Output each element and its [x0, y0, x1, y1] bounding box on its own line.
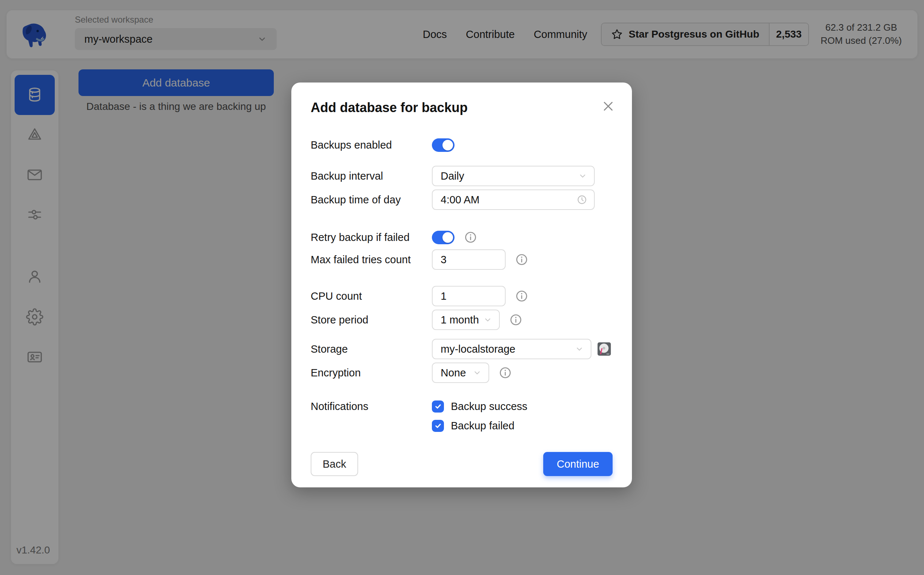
- backup-failed-checkbox[interactable]: [432, 420, 444, 432]
- cpu-count-row: CPU count: [311, 286, 613, 306]
- check-icon: [434, 402, 442, 410]
- retry-backup-label: Retry backup if failed: [311, 232, 432, 243]
- backup-success-checkbox[interactable]: [432, 400, 444, 413]
- continue-button-label: Continue: [557, 458, 599, 470]
- encryption-value: None: [441, 367, 466, 379]
- notifications-label: Notifications: [311, 398, 432, 415]
- store-period-row: Store period 1 month: [311, 310, 613, 330]
- backup-interval-label: Backup interval: [311, 170, 432, 182]
- max-failed-tries-input[interactable]: [432, 249, 506, 270]
- modal-title: Add database for backup: [311, 83, 613, 115]
- backup-interval-row: Backup interval Daily: [311, 166, 613, 186]
- clock-icon: [576, 194, 587, 205]
- chevron-down-icon: [483, 315, 492, 324]
- store-period-label: Store period: [311, 314, 432, 326]
- store-period-value: 1 month: [441, 314, 479, 326]
- cpu-count-label: CPU count: [311, 290, 432, 302]
- storage-value: my-localstorage: [441, 343, 516, 355]
- notifications-options: Backup success Backup failed: [432, 398, 527, 434]
- store-period-select[interactable]: 1 month: [432, 310, 500, 330]
- close-icon[interactable]: [600, 98, 616, 114]
- storage-label: Storage: [311, 343, 432, 355]
- max-failed-tries-row: Max failed tries count: [311, 249, 613, 270]
- backup-time-input[interactable]: 4:00 AM: [432, 189, 595, 210]
- info-icon[interactable]: [515, 289, 528, 303]
- backup-interval-value: Daily: [441, 170, 464, 182]
- storage-row: Storage my-localstorage: [311, 339, 613, 359]
- encryption-label: Encryption: [311, 367, 432, 379]
- back-button[interactable]: Back: [311, 452, 358, 476]
- chevron-down-icon: [472, 368, 482, 378]
- backup-time-label: Backup time of day: [311, 194, 432, 206]
- continue-button[interactable]: Continue: [543, 452, 613, 476]
- hard-drive-icon: [596, 341, 613, 357]
- backups-enabled-toggle[interactable]: [432, 138, 454, 152]
- notifications-row: Notifications Backup success Backup fail…: [311, 398, 613, 434]
- backup-time-row: Backup time of day 4:00 AM: [311, 189, 613, 210]
- chevron-down-icon: [575, 344, 584, 354]
- backup-time-value: 4:00 AM: [441, 194, 479, 206]
- chevron-down-icon: [578, 171, 587, 181]
- modal-footer: Back Continue: [311, 452, 613, 476]
- backup-failed-label: Backup failed: [451, 420, 514, 432]
- backup-failed-option: Backup failed: [432, 418, 527, 434]
- backup-success-option: Backup success: [432, 398, 527, 415]
- cpu-count-input[interactable]: [432, 286, 506, 306]
- info-icon[interactable]: [464, 231, 477, 244]
- backup-success-label: Backup success: [451, 400, 527, 413]
- retry-backup-toggle[interactable]: [432, 231, 454, 244]
- back-button-label: Back: [323, 458, 346, 470]
- check-icon: [434, 422, 442, 430]
- storage-select[interactable]: my-localstorage: [432, 339, 591, 359]
- max-failed-tries-label: Max failed tries count: [311, 254, 432, 266]
- toggle-knob: [443, 232, 453, 243]
- retry-backup-row: Retry backup if failed: [311, 229, 613, 246]
- info-icon[interactable]: [499, 366, 512, 379]
- encryption-row: Encryption None: [311, 362, 613, 383]
- encryption-select[interactable]: None: [432, 362, 489, 383]
- info-icon[interactable]: [515, 253, 528, 266]
- add-database-modal: Add database for backup Backups enabled …: [291, 83, 632, 488]
- toggle-knob: [443, 140, 453, 151]
- backups-enabled-row: Backups enabled: [311, 137, 613, 153]
- backup-interval-select[interactable]: Daily: [432, 166, 595, 186]
- info-icon[interactable]: [509, 313, 522, 326]
- backups-enabled-label: Backups enabled: [311, 139, 432, 151]
